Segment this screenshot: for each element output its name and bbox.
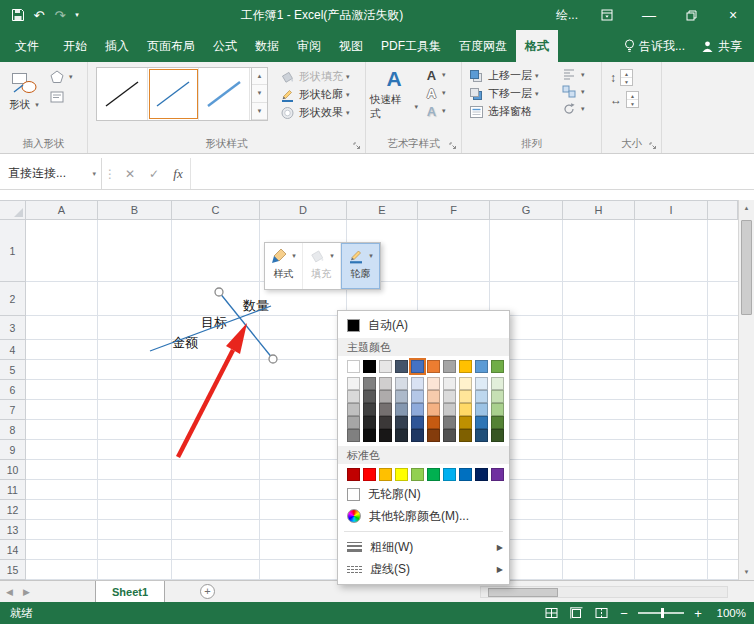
standard-color-swatch[interactable] [427,468,440,481]
column-header[interactable]: B [98,201,172,219]
theme-variant-swatch[interactable] [443,377,456,390]
menu-item-more-outline-colors[interactable]: 其他轮廓颜色(M)... [338,505,509,527]
ribbon-tab-format-active[interactable]: 格式 [516,30,558,62]
theme-variant-swatch[interactable] [491,390,504,403]
theme-variant-swatch[interactable] [347,416,360,429]
theme-variant-swatch[interactable] [427,390,440,403]
menu-item-weight[interactable]: 粗细(W) ▶ [338,536,509,558]
standard-color-swatch[interactable] [347,468,360,481]
theme-variant-swatch[interactable] [379,390,392,403]
ribbon-display-options-icon[interactable] [586,0,628,30]
theme-variant-swatch[interactable] [395,390,408,403]
shapes-button[interactable]: 形状▾ [6,66,42,130]
theme-variant-swatch[interactable] [347,403,360,416]
horizontal-scrollbar[interactable] [480,586,728,598]
shape-fill-button[interactable]: 形状填充 ▾ [278,68,352,85]
menu-item-no-outline[interactable]: 无轮廓(N) [338,483,509,505]
row-header[interactable]: 1 [0,220,25,282]
add-sheet-button[interactable]: + [200,584,215,599]
vertical-scroll-thumb[interactable] [741,220,752,315]
edit-shape-button[interactable]: ▾ [50,70,73,84]
theme-variant-swatch[interactable] [347,429,360,442]
theme-variant-swatch[interactable] [459,429,472,442]
standard-color-swatch[interactable] [395,468,408,481]
page-layout-view-icon[interactable] [568,605,585,622]
column-header[interactable]: F [418,201,490,219]
outline-button[interactable]: ▾ 轮廓 [341,243,380,289]
theme-variant-swatch[interactable] [491,429,504,442]
standard-color-swatch[interactable] [363,468,376,481]
standard-color-swatch[interactable] [443,468,456,481]
standard-color-swatch[interactable] [491,468,504,481]
theme-variant-swatch[interactable] [443,390,456,403]
theme-variant-swatch[interactable] [427,429,440,442]
theme-variant-swatch[interactable] [347,377,360,390]
theme-color-swatch[interactable] [411,360,424,373]
standard-color-swatch[interactable] [411,468,424,481]
ribbon-tab[interactable]: 审阅 [288,30,330,62]
row-header[interactable]: 10 [0,460,25,480]
row-header[interactable]: 4 [0,340,25,360]
normal-view-icon[interactable] [543,605,560,622]
menu-item-automatic[interactable]: 自动(A) [338,314,509,336]
column-header-partial[interactable] [708,201,738,219]
theme-variant-swatch[interactable] [459,416,472,429]
row-header[interactable]: 8 [0,420,25,440]
theme-variant-swatch[interactable] [459,377,472,390]
theme-color-swatch[interactable] [475,360,488,373]
shape-style-thumb[interactable] [97,68,148,120]
vertical-scrollbar[interactable]: ▲ ▼ [738,200,754,580]
theme-variant-swatch[interactable] [459,390,472,403]
shape-style-thumb-selected[interactable] [148,68,199,120]
row-header[interactable]: 12 [0,500,25,520]
text-box-button[interactable] [50,90,73,104]
theme-variant-swatch[interactable] [443,429,456,442]
theme-variant-swatch[interactable] [411,403,424,416]
ribbon-tab[interactable]: 页面布局 [138,30,204,62]
horizontal-scroll-thumb[interactable] [488,588,558,597]
theme-variant-swatch[interactable] [475,403,488,416]
column-header[interactable]: C [172,201,260,219]
name-box[interactable]: 直接连接... ▾ [0,158,102,189]
theme-color-swatch[interactable] [443,360,456,373]
shape-outline-button[interactable]: 形状轮廓 ▾ [278,86,352,103]
theme-color-swatch[interactable] [379,360,392,373]
qat-customize-button[interactable]: ▾ [71,4,83,26]
theme-variant-swatch[interactable] [411,377,424,390]
zoom-out-button[interactable]: − [618,606,630,621]
row-header[interactable]: 13 [0,520,25,540]
theme-variant-swatch[interactable] [475,390,488,403]
theme-variant-swatch[interactable] [363,377,376,390]
theme-variant-swatch[interactable] [459,403,472,416]
theme-variant-swatch[interactable] [491,377,504,390]
theme-color-swatch[interactable] [395,360,408,373]
name-box-caret-icon[interactable]: ▾ [92,170,96,178]
theme-color-swatch[interactable] [459,360,472,373]
row-header[interactable]: 9 [0,440,25,460]
zoom-slider-thumb[interactable] [661,608,664,618]
formula-input[interactable] [190,158,754,189]
theme-variant-swatch[interactable] [395,429,408,442]
theme-variant-swatch[interactable] [411,429,424,442]
enter-button[interactable]: ✓ [142,158,166,189]
save-icon[interactable] [8,4,28,26]
row-header[interactable]: 14 [0,540,25,560]
close-button[interactable]: × [712,0,754,30]
ribbon-tab[interactable]: 数据 [246,30,288,62]
gallery-up-button[interactable]: ▲ [252,68,267,85]
column-header[interactable]: H [563,201,635,219]
shape-style-thumb[interactable] [199,68,250,120]
dialog-launcher-icon[interactable] [449,140,459,150]
row-header[interactable]: 11 [0,480,25,500]
column-header[interactable]: G [490,201,563,219]
row-header[interactable]: 15 [0,560,25,580]
theme-variant-swatch[interactable] [379,403,392,416]
standard-color-swatch[interactable] [379,468,392,481]
shape-height-stepper[interactable]: ↕ ▲▼ [610,69,639,86]
theme-variant-swatch[interactable] [379,429,392,442]
theme-variant-swatch[interactable] [363,416,376,429]
align-button[interactable]: ▾ [562,68,585,81]
minimize-button[interactable]: — [628,0,670,30]
theme-color-swatch[interactable] [347,360,360,373]
standard-color-swatch[interactable] [459,468,472,481]
